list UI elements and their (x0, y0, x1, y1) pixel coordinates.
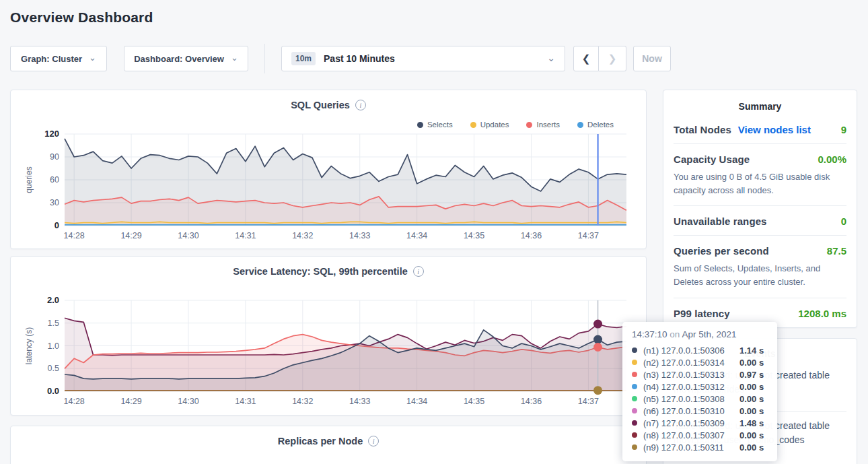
dashboard-controls: Graph: Cluster ⌄ Dashboard: Overview ⌄ 1… (10, 46, 671, 71)
svg-text:0.5: 0.5 (48, 364, 59, 373)
svg-text:1.0: 1.0 (48, 341, 59, 351)
series-color-dot (632, 360, 637, 365)
chevron-right-icon: ❯ (608, 53, 617, 65)
tooltip-node-rows: (n1) 127.0.0.1:503061.14 s(n2) 127.0.0.1… (632, 344, 768, 453)
svg-text:queries: queries (24, 166, 34, 193)
info-icon[interactable]: i (355, 100, 366, 110)
legend-item-updates[interactable]: Updates (470, 121, 509, 129)
graph-scope-dropdown[interactable]: Graph: Cluster ⌄ (10, 46, 107, 71)
node-latency-value: 0.97 s (739, 370, 764, 380)
svg-text:14:35: 14:35 (464, 231, 484, 240)
svg-text:latency (s): latency (s) (24, 327, 34, 364)
queries-per-second-description: Sum of Selects, Updates, Inserts, and De… (674, 261, 846, 298)
total-nodes-label: Total Nodes (674, 124, 731, 135)
series-color-dot (632, 432, 637, 438)
tooltip-node-row: (n9) 127.0.0.1:503110.00 s (632, 441, 768, 453)
time-range-badge: 10m (291, 52, 316, 65)
series-color-dot (632, 384, 637, 389)
tooltip-node-row: (n3) 127.0.0.1:503130.97 s (632, 368, 768, 380)
svg-text:90: 90 (50, 152, 59, 162)
service-latency-title: Service Latency: SQL, 99th percentile i (11, 257, 646, 277)
time-window-arrows: ❮ ❯ (573, 46, 626, 71)
node-latency-value: 0.00 s (739, 430, 764, 440)
series-color-dot (632, 408, 637, 413)
graph-scope-label: Graph: Cluster (21, 54, 82, 64)
dashboard-dropdown[interactable]: Dashboard: Overview ⌄ (124, 46, 248, 71)
svg-text:14:29: 14:29 (120, 231, 141, 240)
legend-color-dot (526, 122, 532, 128)
legend-label: Selects (427, 121, 453, 129)
svg-text:14:33: 14:33 (349, 231, 370, 240)
capacity-usage-description: You are using 0 B of 4.5 GiB usable disk… (674, 169, 846, 206)
service-latency-card: Service Latency: SQL, 99th percentile i … (10, 256, 647, 416)
chevron-down-icon: ⌄ (231, 53, 238, 63)
now-button[interactable]: Now (633, 46, 671, 71)
sql-queries-title: SQL Queries i (11, 90, 646, 110)
service-latency-chart[interactable]: 0.00.51.01.52.014:2814:2914:3014:3114:32… (21, 295, 637, 408)
tooltip-node-row: (n7) 127.0.0.1:503091.48 s (632, 417, 768, 429)
svg-text:14:36: 14:36 (521, 397, 542, 406)
node-latency-value: 0.00 s (739, 442, 764, 453)
info-icon[interactable]: i (413, 266, 424, 277)
chevron-down-icon: ⌄ (547, 53, 555, 63)
time-range-dropdown[interactable]: 10m Past 10 Minutes ⌄ (281, 46, 565, 71)
svg-text:14:28: 14:28 (64, 231, 85, 240)
node-address: (n9) 127.0.0.1:50311 (643, 442, 739, 453)
node-address: (n2) 127.0.0.1:50314 (643, 358, 739, 368)
sql-queries-chart[interactable]: 030609012014:2814:2914:3014:3114:3214:33… (21, 129, 637, 242)
prev-time-button[interactable]: ❮ (573, 46, 599, 71)
chevron-down-icon: ⌄ (89, 53, 96, 63)
unavailable-ranges-value: 0 (841, 216, 846, 227)
svg-text:14:30: 14:30 (178, 231, 198, 240)
legend-item-inserts[interactable]: Inserts (526, 121, 560, 129)
capacity-usage-value: 0.00% (818, 154, 846, 165)
node-address: (n4) 127.0.0.1:50312 (643, 382, 739, 392)
node-address: (n1) 127.0.0.1:50306 (643, 345, 739, 356)
tooltip-date: Apr 5th, 2021 (682, 329, 736, 339)
series-color-dot (632, 396, 637, 401)
tooltip-node-row: (n4) 127.0.0.1:503120.00 s (632, 380, 768, 393)
legend-item-selects[interactable]: Selects (417, 121, 453, 129)
chart-hover-tooltip: 14:37:10 on Apr 5th, 2021 (n1) 127.0.0.1… (622, 322, 777, 461)
next-time-button[interactable]: ❯ (599, 46, 626, 71)
tooltip-conjunction: on (670, 329, 680, 339)
tooltip-node-row: (n6) 127.0.0.1:503100.00 s (632, 405, 768, 417)
view-nodes-list-link[interactable]: View nodes list (738, 124, 811, 135)
time-range-label: Past 10 Minutes (324, 53, 395, 64)
series-color-dot (632, 420, 637, 426)
svg-text:120: 120 (44, 129, 59, 139)
sql-queries-legend: SelectsUpdatesInsertsDeletes (417, 121, 614, 129)
legend-label: Inserts (536, 121, 560, 129)
tooltip-node-row: (n5) 127.0.0.1:503080.00 s (632, 393, 768, 405)
svg-text:14:34: 14:34 (406, 397, 427, 406)
info-icon[interactable]: i (368, 436, 379, 446)
legend-label: Deletes (587, 121, 614, 129)
legend-color-dot (470, 122, 476, 128)
tooltip-time: 14:37:10 (632, 329, 667, 339)
replicas-per-node-card: Replicas per Node i (10, 426, 647, 464)
svg-text:14:31: 14:31 (235, 231, 256, 240)
p99-latency-value: 1208.0 ms (798, 308, 846, 319)
sql-queries-card: SQL Queries i SelectsUpdatesInsertsDelet… (10, 90, 647, 249)
legend-item-deletes[interactable]: Deletes (577, 121, 614, 129)
total-nodes-value: 9 (841, 124, 846, 135)
legend-color-dot (577, 122, 583, 128)
legend-label: Updates (480, 121, 509, 129)
series-color-dot (632, 444, 637, 450)
legend-color-dot (417, 122, 423, 128)
svg-text:14:31: 14:31 (235, 397, 256, 406)
svg-text:30: 30 (50, 198, 59, 207)
svg-text:14:34: 14:34 (406, 231, 427, 240)
summary-title: Summary (674, 90, 846, 114)
tooltip-node-row: (n1) 127.0.0.1:503061.14 s (632, 344, 768, 356)
svg-text:14:32: 14:32 (292, 231, 313, 240)
svg-text:14:30: 14:30 (178, 397, 198, 406)
chart-title-text: Replicas per Node (278, 436, 363, 446)
node-address: (n5) 127.0.0.1:50308 (643, 394, 739, 404)
svg-text:14:37: 14:37 (578, 397, 599, 406)
node-latency-value: 1.14 s (739, 345, 764, 356)
node-latency-value: 0.00 s (739, 394, 764, 404)
page-title: Overview Dashboard (10, 9, 153, 26)
unavailable-ranges-label: Unavailable ranges (674, 216, 767, 227)
controls-divider (264, 44, 265, 73)
